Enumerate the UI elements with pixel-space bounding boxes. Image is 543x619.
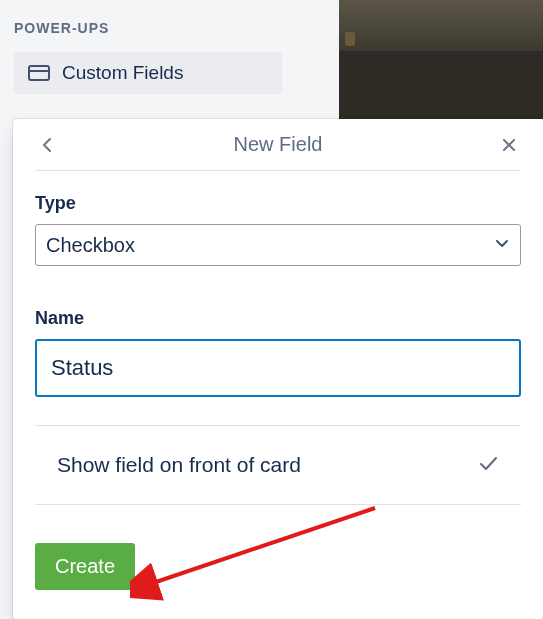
show-on-front-toggle[interactable]: Show field on front of card (35, 425, 521, 505)
show-on-front-label: Show field on front of card (57, 453, 301, 477)
name-field: Name (35, 308, 521, 397)
custom-fields-label: Custom Fields (62, 62, 183, 84)
svg-rect-0 (29, 66, 49, 80)
modal-header: New Field (35, 119, 521, 171)
close-button[interactable] (497, 133, 521, 157)
type-select-wrap (35, 224, 521, 266)
type-select[interactable] (35, 224, 521, 266)
check-icon (477, 452, 499, 478)
powerups-section: POWER-UPS Custom Fields (0, 0, 310, 104)
background-preview (339, 0, 543, 119)
custom-fields-button[interactable]: Custom Fields (14, 52, 282, 94)
card-icon (28, 65, 50, 81)
modal-title: New Field (234, 133, 323, 156)
powerups-title: POWER-UPS (14, 20, 296, 36)
type-field: Type (35, 193, 521, 266)
type-label: Type (35, 193, 521, 214)
create-button[interactable]: Create (35, 543, 135, 590)
name-label: Name (35, 308, 521, 329)
back-button[interactable] (35, 133, 59, 157)
name-input[interactable] (35, 339, 521, 397)
new-field-modal: New Field Type Name Show field on front … (13, 119, 543, 619)
